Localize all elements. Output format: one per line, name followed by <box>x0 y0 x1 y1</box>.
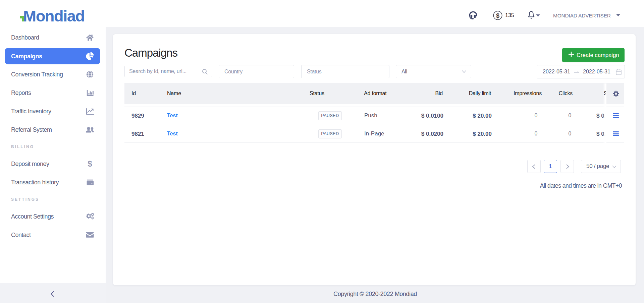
svg-text:$: $ <box>496 12 499 19</box>
